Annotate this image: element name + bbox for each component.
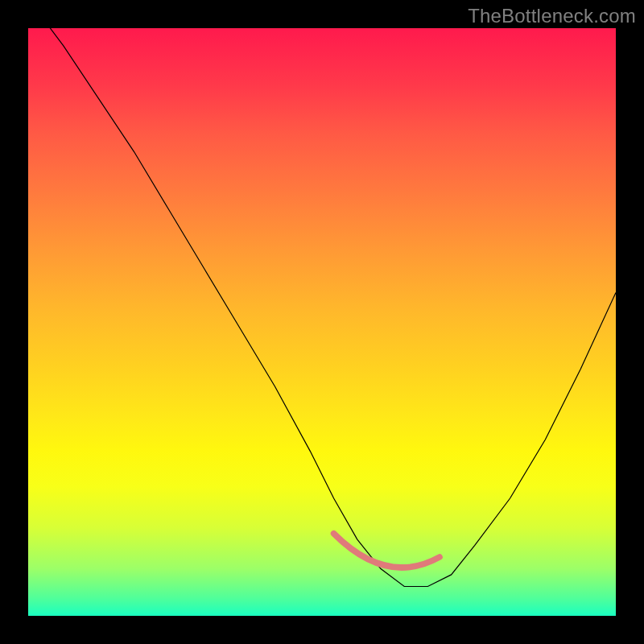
chart-frame: TheBottleneck.com — [0, 0, 644, 644]
bottleneck-curve-path — [28, 0, 616, 587]
watermark-label: TheBottleneck.com — [468, 5, 636, 27]
highlight-band — [334, 534, 440, 568]
chart-overlay — [28, 28, 616, 616]
plot-area — [28, 28, 616, 616]
